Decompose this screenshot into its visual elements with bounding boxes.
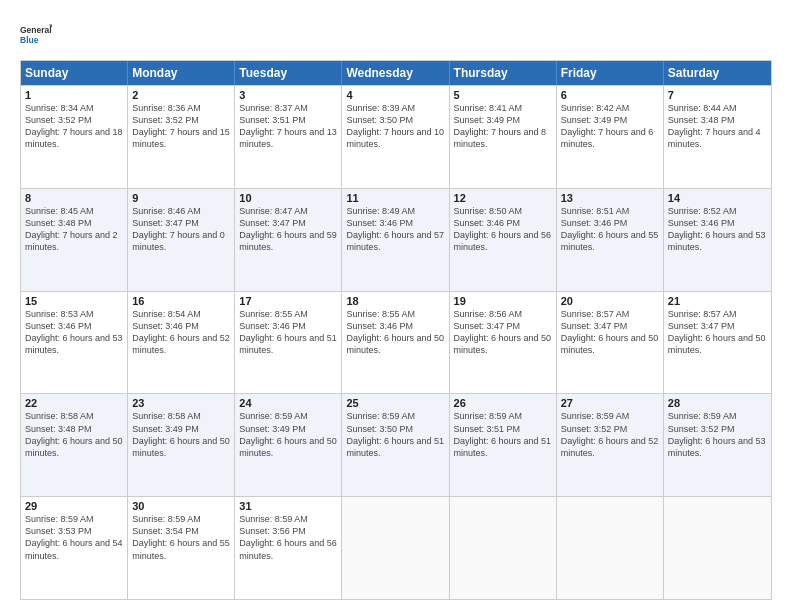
cal-cell-empty <box>557 497 664 599</box>
page: General Blue SundayMondayTuesdayWednesda… <box>0 0 792 612</box>
day-number: 5 <box>454 89 552 101</box>
day-number: 18 <box>346 295 444 307</box>
cal-cell-day-31: 31 Sunrise: 8:59 AM Sunset: 3:56 PM Dayl… <box>235 497 342 599</box>
day-number: 19 <box>454 295 552 307</box>
cell-content: Sunrise: 8:46 AM Sunset: 3:47 PM Dayligh… <box>132 205 230 254</box>
cal-cell-day-1: 1 Sunrise: 8:34 AM Sunset: 3:52 PM Dayli… <box>21 86 128 188</box>
cal-cell-day-18: 18 Sunrise: 8:55 AM Sunset: 3:46 PM Dayl… <box>342 292 449 394</box>
day-number: 6 <box>561 89 659 101</box>
day-number: 12 <box>454 192 552 204</box>
day-number: 16 <box>132 295 230 307</box>
cell-content: Sunrise: 8:58 AM Sunset: 3:48 PM Dayligh… <box>25 410 123 459</box>
cal-header-thursday: Thursday <box>450 61 557 85</box>
day-number: 14 <box>668 192 767 204</box>
cell-content: Sunrise: 8:44 AM Sunset: 3:48 PM Dayligh… <box>668 102 767 151</box>
cell-content: Sunrise: 8:51 AM Sunset: 3:46 PM Dayligh… <box>561 205 659 254</box>
cal-cell-day-28: 28 Sunrise: 8:59 AM Sunset: 3:52 PM Dayl… <box>664 394 771 496</box>
cell-content: Sunrise: 8:59 AM Sunset: 3:54 PM Dayligh… <box>132 513 230 562</box>
cal-header-sunday: Sunday <box>21 61 128 85</box>
cal-cell-day-16: 16 Sunrise: 8:54 AM Sunset: 3:46 PM Dayl… <box>128 292 235 394</box>
cell-content: Sunrise: 8:52 AM Sunset: 3:46 PM Dayligh… <box>668 205 767 254</box>
cal-cell-day-29: 29 Sunrise: 8:59 AM Sunset: 3:53 PM Dayl… <box>21 497 128 599</box>
cell-content: Sunrise: 8:57 AM Sunset: 3:47 PM Dayligh… <box>668 308 767 357</box>
cal-cell-day-21: 21 Sunrise: 8:57 AM Sunset: 3:47 PM Dayl… <box>664 292 771 394</box>
cell-content: Sunrise: 8:41 AM Sunset: 3:49 PM Dayligh… <box>454 102 552 151</box>
day-number: 8 <box>25 192 123 204</box>
cal-cell-day-13: 13 Sunrise: 8:51 AM Sunset: 3:46 PM Dayl… <box>557 189 664 291</box>
day-number: 26 <box>454 397 552 409</box>
cal-cell-empty <box>664 497 771 599</box>
cal-cell-day-25: 25 Sunrise: 8:59 AM Sunset: 3:50 PM Dayl… <box>342 394 449 496</box>
cell-content: Sunrise: 8:54 AM Sunset: 3:46 PM Dayligh… <box>132 308 230 357</box>
cell-content: Sunrise: 8:47 AM Sunset: 3:47 PM Dayligh… <box>239 205 337 254</box>
cal-cell-day-10: 10 Sunrise: 8:47 AM Sunset: 3:47 PM Dayl… <box>235 189 342 291</box>
cal-header-wednesday: Wednesday <box>342 61 449 85</box>
cal-header-tuesday: Tuesday <box>235 61 342 85</box>
cal-cell-day-22: 22 Sunrise: 8:58 AM Sunset: 3:48 PM Dayl… <box>21 394 128 496</box>
cal-cell-day-12: 12 Sunrise: 8:50 AM Sunset: 3:46 PM Dayl… <box>450 189 557 291</box>
cal-week-1: 1 Sunrise: 8:34 AM Sunset: 3:52 PM Dayli… <box>21 85 771 188</box>
day-number: 22 <box>25 397 123 409</box>
day-number: 27 <box>561 397 659 409</box>
day-number: 17 <box>239 295 337 307</box>
cal-cell-day-11: 11 Sunrise: 8:49 AM Sunset: 3:46 PM Dayl… <box>342 189 449 291</box>
cal-week-3: 15 Sunrise: 8:53 AM Sunset: 3:46 PM Dayl… <box>21 291 771 394</box>
cal-cell-day-20: 20 Sunrise: 8:57 AM Sunset: 3:47 PM Dayl… <box>557 292 664 394</box>
day-number: 4 <box>346 89 444 101</box>
cell-content: Sunrise: 8:56 AM Sunset: 3:47 PM Dayligh… <box>454 308 552 357</box>
cal-cell-day-14: 14 Sunrise: 8:52 AM Sunset: 3:46 PM Dayl… <box>664 189 771 291</box>
cal-cell-day-6: 6 Sunrise: 8:42 AM Sunset: 3:49 PM Dayli… <box>557 86 664 188</box>
day-number: 1 <box>25 89 123 101</box>
cell-content: Sunrise: 8:34 AM Sunset: 3:52 PM Dayligh… <box>25 102 123 151</box>
cell-content: Sunrise: 8:57 AM Sunset: 3:47 PM Dayligh… <box>561 308 659 357</box>
cell-content: Sunrise: 8:59 AM Sunset: 3:51 PM Dayligh… <box>454 410 552 459</box>
cal-cell-day-30: 30 Sunrise: 8:59 AM Sunset: 3:54 PM Dayl… <box>128 497 235 599</box>
cell-content: Sunrise: 8:59 AM Sunset: 3:49 PM Dayligh… <box>239 410 337 459</box>
svg-text:Blue: Blue <box>20 35 39 45</box>
day-number: 28 <box>668 397 767 409</box>
cal-week-2: 8 Sunrise: 8:45 AM Sunset: 3:48 PM Dayli… <box>21 188 771 291</box>
day-number: 30 <box>132 500 230 512</box>
day-number: 24 <box>239 397 337 409</box>
cal-header-saturday: Saturday <box>664 61 771 85</box>
day-number: 2 <box>132 89 230 101</box>
cell-content: Sunrise: 8:58 AM Sunset: 3:49 PM Dayligh… <box>132 410 230 459</box>
calendar-body: 1 Sunrise: 8:34 AM Sunset: 3:52 PM Dayli… <box>21 85 771 599</box>
cal-cell-day-2: 2 Sunrise: 8:36 AM Sunset: 3:52 PM Dayli… <box>128 86 235 188</box>
cal-cell-day-27: 27 Sunrise: 8:59 AM Sunset: 3:52 PM Dayl… <box>557 394 664 496</box>
cal-cell-day-23: 23 Sunrise: 8:58 AM Sunset: 3:49 PM Dayl… <box>128 394 235 496</box>
svg-text:General: General <box>20 25 52 35</box>
cell-content: Sunrise: 8:55 AM Sunset: 3:46 PM Dayligh… <box>346 308 444 357</box>
cal-cell-empty <box>450 497 557 599</box>
cal-cell-day-3: 3 Sunrise: 8:37 AM Sunset: 3:51 PM Dayli… <box>235 86 342 188</box>
cell-content: Sunrise: 8:42 AM Sunset: 3:49 PM Dayligh… <box>561 102 659 151</box>
cal-week-5: 29 Sunrise: 8:59 AM Sunset: 3:53 PM Dayl… <box>21 496 771 599</box>
day-number: 7 <box>668 89 767 101</box>
cal-cell-day-9: 9 Sunrise: 8:46 AM Sunset: 3:47 PM Dayli… <box>128 189 235 291</box>
calendar-header: SundayMondayTuesdayWednesdayThursdayFrid… <box>21 61 771 85</box>
cell-content: Sunrise: 8:59 AM Sunset: 3:53 PM Dayligh… <box>25 513 123 562</box>
day-number: 29 <box>25 500 123 512</box>
cell-content: Sunrise: 8:50 AM Sunset: 3:46 PM Dayligh… <box>454 205 552 254</box>
cal-cell-day-8: 8 Sunrise: 8:45 AM Sunset: 3:48 PM Dayli… <box>21 189 128 291</box>
cell-content: Sunrise: 8:53 AM Sunset: 3:46 PM Dayligh… <box>25 308 123 357</box>
cal-cell-day-24: 24 Sunrise: 8:59 AM Sunset: 3:49 PM Dayl… <box>235 394 342 496</box>
day-number: 15 <box>25 295 123 307</box>
cal-cell-day-15: 15 Sunrise: 8:53 AM Sunset: 3:46 PM Dayl… <box>21 292 128 394</box>
cal-header-monday: Monday <box>128 61 235 85</box>
day-number: 20 <box>561 295 659 307</box>
cell-content: Sunrise: 8:45 AM Sunset: 3:48 PM Dayligh… <box>25 205 123 254</box>
cell-content: Sunrise: 8:59 AM Sunset: 3:50 PM Dayligh… <box>346 410 444 459</box>
header: General Blue <box>20 18 772 50</box>
day-number: 23 <box>132 397 230 409</box>
cell-content: Sunrise: 8:39 AM Sunset: 3:50 PM Dayligh… <box>346 102 444 151</box>
cal-cell-day-26: 26 Sunrise: 8:59 AM Sunset: 3:51 PM Dayl… <box>450 394 557 496</box>
cal-header-friday: Friday <box>557 61 664 85</box>
cell-content: Sunrise: 8:59 AM Sunset: 3:56 PM Dayligh… <box>239 513 337 562</box>
cal-cell-empty <box>342 497 449 599</box>
cell-content: Sunrise: 8:55 AM Sunset: 3:46 PM Dayligh… <box>239 308 337 357</box>
cal-cell-day-4: 4 Sunrise: 8:39 AM Sunset: 3:50 PM Dayli… <box>342 86 449 188</box>
cell-content: Sunrise: 8:49 AM Sunset: 3:46 PM Dayligh… <box>346 205 444 254</box>
cal-cell-day-5: 5 Sunrise: 8:41 AM Sunset: 3:49 PM Dayli… <box>450 86 557 188</box>
cal-week-4: 22 Sunrise: 8:58 AM Sunset: 3:48 PM Dayl… <box>21 393 771 496</box>
